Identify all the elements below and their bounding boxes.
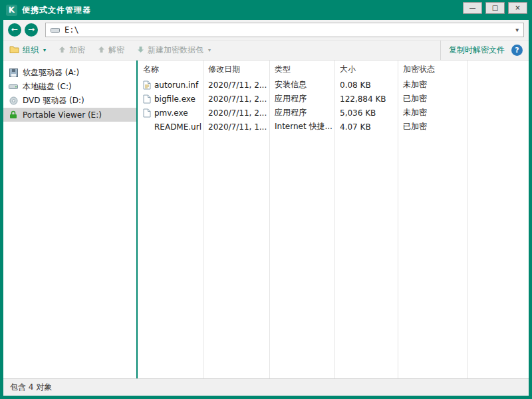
- window-title: 便携式文件管理器: [22, 5, 91, 16]
- file-type: Internet 快捷...: [269, 121, 334, 132]
- file-status: 已加密: [398, 121, 467, 132]
- file-list-header: 名称 修改日期 类型 大小 加密状态: [138, 61, 529, 78]
- new-package-icon: [137, 46, 144, 55]
- file-status: 未加密: [398, 107, 467, 118]
- column-divider[interactable]: [334, 61, 335, 378]
- application-file-icon: [143, 108, 151, 118]
- sidebar-item-label: 软盘驱动器 (A:): [23, 67, 79, 78]
- file-size: 4.07 KB: [334, 122, 398, 132]
- address-path: E:\: [65, 25, 79, 35]
- sidebar-item-label: DVD 驱动器 (D:): [23, 95, 84, 106]
- chevron-down-icon: ▾: [43, 47, 46, 53]
- organize-label: 组织: [23, 45, 39, 56]
- sidebar-item-label: Portable Viewer (E:): [23, 110, 102, 120]
- file-size: 0.08 KB: [334, 80, 398, 90]
- portable-file-manager-window: K 便携式文件管理器 — □ × ← → E:\ ▼ 组织: [0, 0, 532, 399]
- title-bar: K 便携式文件管理器 — □ ×: [3, 0, 529, 20]
- sidebar-item-floppy-a[interactable]: 软盘驱动器 (A:): [3, 66, 136, 80]
- sidebar-item-portable-viewer-e[interactable]: Portable Viewer (E:): [3, 108, 136, 122]
- decrypt-label: 解密: [108, 45, 124, 56]
- encrypt-button[interactable]: 加密: [59, 45, 85, 56]
- column-header-size[interactable]: 大小: [334, 64, 398, 75]
- sidebar-item-label: 本地磁盘 (C:): [23, 81, 72, 92]
- lock-icon: [9, 110, 18, 119]
- file-name: autorun.inf: [154, 80, 198, 90]
- status-bar: 包含 4 对象: [3, 378, 529, 396]
- encrypt-icon: [59, 46, 66, 55]
- floppy-drive-icon: [9, 68, 18, 77]
- column-header-date[interactable]: 修改日期: [203, 64, 269, 75]
- organize-button[interactable]: 组织 ▾: [9, 45, 46, 56]
- encrypt-label: 加密: [69, 45, 85, 56]
- chevron-down-icon: ▾: [208, 47, 211, 53]
- file-list: 名称 修改日期 类型 大小 加密状态 autorun.inf 2020/7/11…: [136, 61, 529, 378]
- column-header-type[interactable]: 类型: [269, 64, 334, 75]
- toolbar-right-group: 复制时解密文件 ?: [440, 41, 523, 60]
- window-controls: — □ ×: [463, 2, 527, 14]
- file-size: 122,884 KB: [334, 94, 398, 104]
- file-status: 未加密: [398, 79, 467, 90]
- status-text: 包含 4 对象: [10, 382, 52, 393]
- toolbar: 组织 ▾ 加密 解密 新建加密数据包 ▾: [3, 40, 529, 61]
- minimize-button[interactable]: —: [463, 2, 482, 14]
- drive-icon: [51, 27, 60, 33]
- address-bar[interactable]: E:\ ▼: [45, 23, 524, 37]
- column-header-name[interactable]: 名称: [138, 64, 203, 75]
- decrypt-icon: [98, 46, 105, 55]
- file-row[interactable]: autorun.inf 2020/7/11, 2... 安装信息 0.08 KB…: [138, 78, 529, 92]
- navigation-bar: ← → E:\ ▼: [3, 20, 529, 40]
- column-divider[interactable]: [398, 61, 398, 378]
- new-package-label: 新建加密数据包: [148, 45, 203, 56]
- file-row[interactable]: bigfile.exe 2020/7/11, 2... 应用程序 122,884…: [138, 92, 529, 106]
- column-divider[interactable]: [269, 61, 270, 378]
- address-dropdown-icon[interactable]: ▼: [515, 27, 519, 33]
- file-row[interactable]: pmv.exe 2020/7/11, 2... 应用程序 5,036 KB 未加…: [138, 106, 529, 120]
- file-type: 应用程序: [269, 93, 334, 104]
- column-divider[interactable]: [203, 61, 203, 378]
- file-date: 2020/7/11, 2...: [203, 80, 269, 90]
- decrypt-on-copy-label[interactable]: 复制时解密文件: [449, 45, 505, 56]
- file-name: bigfile.exe: [154, 94, 196, 104]
- application-file-icon: [143, 94, 151, 104]
- file-status: 已加密: [398, 93, 467, 104]
- sidebar-item-local-disk-c[interactable]: 本地磁盘 (C:): [3, 80, 136, 94]
- window-body: ← → E:\ ▼ 组织 ▾ 加密: [3, 20, 529, 396]
- column-divider[interactable]: [467, 61, 468, 378]
- file-date: 2020/7/11, 1...: [203, 122, 269, 132]
- file-type: 应用程序: [269, 107, 334, 118]
- setup-file-icon: [143, 80, 151, 90]
- file-name: README.url: [154, 122, 201, 132]
- file-type: 安装信息: [269, 79, 334, 90]
- file-date: 2020/7/11, 2...: [203, 94, 269, 104]
- file-row[interactable]: README.url 2020/7/11, 1... Internet 快捷..…: [138, 120, 529, 134]
- file-date: 2020/7/11, 2...: [203, 108, 269, 118]
- close-button[interactable]: ×: [508, 2, 527, 14]
- help-icon[interactable]: ?: [511, 45, 523, 56]
- kaspersky-logo-icon: K: [6, 5, 17, 16]
- back-button[interactable]: ←: [8, 23, 21, 37]
- drive-tree-sidebar: 软盘驱动器 (A:) 本地磁盘 (C:) DVD 驱动器 (D:): [3, 61, 136, 378]
- forward-button[interactable]: →: [25, 23, 38, 37]
- hard-disk-icon: [9, 83, 18, 90]
- new-encrypted-package-button[interactable]: 新建加密数据包 ▾: [137, 45, 211, 56]
- decrypt-button[interactable]: 解密: [98, 45, 124, 56]
- sidebar-item-dvd-d[interactable]: DVD 驱动器 (D:): [3, 94, 136, 108]
- content-area: 软盘驱动器 (A:) 本地磁盘 (C:) DVD 驱动器 (D:): [3, 61, 529, 378]
- dvd-drive-icon: [9, 96, 18, 105]
- maximize-button[interactable]: □: [485, 2, 505, 14]
- file-size: 5,036 KB: [334, 108, 398, 118]
- file-name: pmv.exe: [154, 108, 188, 118]
- column-header-status[interactable]: 加密状态: [398, 64, 467, 75]
- folder-icon: [9, 45, 19, 55]
